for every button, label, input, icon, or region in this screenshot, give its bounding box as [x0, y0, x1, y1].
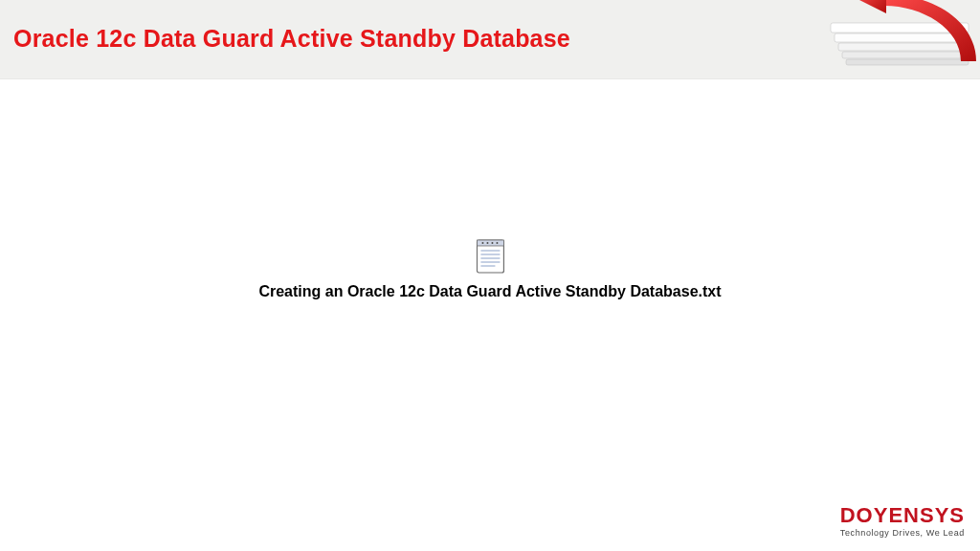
footer-brand-block: DOYENSYS Technology Drives, We Lead [840, 505, 965, 538]
slide-body: Creating an Oracle 12c Data Guard Active… [0, 78, 980, 490]
svg-rect-3 [835, 33, 969, 42]
svg-point-10 [496, 242, 498, 244]
attachment-filename: Creating an Oracle 12c Data Guard Active… [258, 283, 721, 300]
svg-point-9 [491, 242, 493, 244]
slide-title: Oracle 12c Data Guard Active Standby Dat… [13, 25, 570, 53]
attachment-file[interactable]: Creating an Oracle 12c Data Guard Active… [258, 239, 721, 300]
slide-header: Oracle 12c Data Guard Active Standby Dat… [0, 0, 980, 79]
svg-point-8 [486, 242, 488, 244]
text-file-icon [476, 239, 504, 277]
brand-tagline: Technology Drives, We Lead [840, 528, 965, 538]
svg-point-7 [481, 242, 483, 244]
paper-stack-arrow-icon [817, 0, 980, 78]
svg-rect-2 [838, 43, 969, 51]
svg-rect-1 [842, 52, 969, 58]
svg-rect-0 [846, 59, 969, 65]
svg-rect-6 [477, 240, 503, 246]
header-decorative-graphic [817, 0, 980, 78]
brand-logo-text: DOYENSYS [840, 505, 965, 526]
